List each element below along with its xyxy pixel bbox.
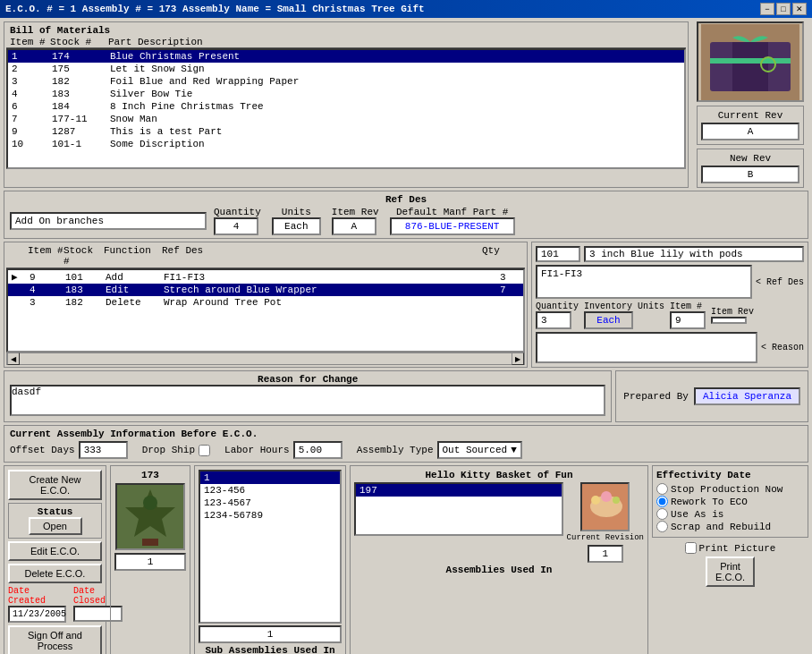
title-bar: E.C.O. # = 1 Assembly # = 173 Assembly N…: [0, 0, 812, 18]
thumb-173-image: [115, 483, 185, 550]
effectivity-options: Stop Production NowRework To ECOUse As i…: [656, 483, 804, 532]
used-in-image: [580, 482, 630, 531]
effectivity-radio-use_as_is[interactable]: [656, 508, 668, 520]
bom-table-row[interactable]: 2 175 Let it Snow Sign: [8, 63, 684, 75]
offset-days-label: Offset Days: [10, 445, 75, 455]
delete-eco-button[interactable]: Delete E.C.O.: [8, 564, 102, 583]
date-created-value: 11/23/2005: [8, 606, 66, 623]
effectivity-option-stop_prod[interactable]: Stop Production Now: [656, 483, 804, 495]
print-picture-label: Print Picture: [699, 543, 776, 554]
bom-table-row[interactable]: 1 174 Blue Christmas Present: [8, 50, 684, 63]
effectivity-radio-stop_prod[interactable]: [656, 483, 668, 495]
bom-table-row[interactable]: 7 177-11 Snow Man: [8, 113, 684, 125]
eco-table-row[interactable]: ▶ 9 101 Add FI1-FI3 3: [8, 270, 523, 284]
status-label: Status: [12, 506, 98, 517]
detail-item-rev-label: Item Rev: [711, 307, 754, 317]
detail-refdes-value: FI1-FI3: [536, 265, 752, 299]
labor-hours-value: 5.00: [293, 441, 343, 459]
quantity-value: 4: [214, 217, 258, 235]
assemblies-used-in-label: Assemblies Used In: [354, 565, 644, 575]
quantity-label: Quantity: [214, 207, 261, 217]
print-picture-checkbox[interactable]: [685, 542, 697, 554]
used-in-header: Hello Kitty Basket of Fun: [354, 470, 644, 480]
units-label: Units: [272, 207, 321, 217]
effectivity-radio-rework[interactable]: [656, 496, 668, 507]
sign-off-button[interactable]: Sign Off and Process: [8, 625, 102, 654]
drop-ship-label: Drop Ship: [142, 445, 195, 455]
revision-list-item[interactable]: 123-4567: [200, 497, 340, 509]
maximize-button[interactable]: □: [776, 3, 791, 15]
effectivity-option-use_as_is[interactable]: Use As is: [656, 508, 804, 520]
detail-reason-value: [536, 332, 757, 363]
detail-reason-label: < Reason: [761, 343, 804, 352]
drop-ship-checkbox[interactable]: [199, 445, 210, 456]
edit-eco-button[interactable]: Edit E.C.O.: [8, 541, 102, 561]
effectivity-option-rework[interactable]: Rework To ECO: [656, 496, 804, 507]
bom-col-desc: Part Description: [108, 37, 203, 47]
svg-rect-7: [142, 539, 158, 546]
revision-list-item[interactable]: 123-456: [200, 484, 340, 497]
bom-table-row[interactable]: 10 101-1 Some Discription: [8, 138, 684, 150]
labor-hours-label: Labor Hours: [224, 445, 290, 455]
effectivity-radio-scrap[interactable]: [656, 521, 668, 532]
bom-table-row[interactable]: 3 182 Foil Blue and Red Wrapping Paper: [8, 75, 684, 88]
new-rev-label: New Rev: [701, 153, 799, 164]
detail-description: 3 inch Blue lily with pods: [584, 246, 804, 262]
status-open-button[interactable]: Open: [29, 517, 82, 535]
ref-des-section-label: Ref Des: [10, 194, 802, 205]
new-rev-box: New Rev B: [697, 149, 804, 188]
svg-rect-2: [732, 42, 768, 91]
minimize-button[interactable]: −: [760, 3, 774, 15]
window-title: E.C.O. # = 1 Assembly # = 173 Assembly N…: [5, 4, 425, 14]
offset-days-value: 333: [79, 441, 128, 459]
eco-table-row[interactable]: 4 183 Edit Strech around Blue Wrapper 7: [8, 284, 523, 296]
create-eco-button[interactable]: Create New E.C.O.: [8, 470, 102, 500]
date-created-label: Date Created: [8, 586, 66, 606]
eco-table-row[interactable]: 3 182 Delete Wrap Around Tree Pot: [8, 296, 523, 309]
scroll-right-button[interactable]: ▶: [512, 352, 524, 365]
current-rev-value: A: [701, 123, 799, 140]
current-revision-value: 1: [588, 545, 623, 563]
reason-for-change-input[interactable]: [10, 385, 605, 416]
eco-col-stock: Stock #: [63, 245, 104, 267]
svg-point-6: [143, 496, 157, 510]
effectivity-label-scrap: Scrap and Rebuild: [671, 522, 771, 532]
scroll-left-button[interactable]: ◀: [7, 352, 20, 365]
detail-stock-num: 101: [536, 246, 580, 262]
print-eco-button[interactable]: Print E.C.O.: [706, 556, 755, 587]
bom-table-row[interactable]: 9 1287 This is a test Part: [8, 125, 684, 138]
revision-list-item[interactable]: 1234-56789: [200, 509, 340, 522]
detail-item-rev-value: [711, 317, 747, 324]
current-rev-box: Current Rev A: [697, 106, 804, 145]
product-image: [697, 21, 804, 102]
close-button[interactable]: ✕: [792, 3, 807, 15]
effectivity-label: Effectivity Date: [656, 470, 804, 480]
assembly-type-value: Out Sourced: [443, 445, 508, 455]
effectivity-label-rework: Rework To ECO: [671, 497, 748, 507]
used-in-list[interactable]: 197: [354, 482, 563, 536]
svg-point-12: [613, 497, 620, 504]
detail-refdes-label: < Ref Des: [756, 277, 804, 287]
detail-panel: 101 3 inch Blue lily with pods FI1-FI3 <…: [531, 242, 808, 368]
bom-table-row[interactable]: 4 183 Silver Bow Tie: [8, 88, 684, 100]
bom-list[interactable]: 1 174 Blue Christmas Present 2 175 Let i…: [6, 48, 686, 169]
bom-table-row[interactable]: 6 184 8 Inch Pine Christmas Tree: [8, 100, 684, 113]
revision-list-item[interactable]: 1: [200, 471, 340, 484]
svg-rect-3: [710, 58, 791, 64]
current-rev-label: Current Rev: [701, 110, 799, 121]
units-value: Each: [272, 217, 321, 235]
assembly-type-dropdown-icon[interactable]: ▼: [511, 445, 517, 455]
default-manf-value: 876-BLUE-PRESENT: [390, 217, 515, 235]
effectivity-label-use_as_is: Use As is: [671, 509, 723, 520]
detail-item-num-label: Item #: [670, 302, 706, 311]
used-in-list-item[interactable]: 197: [356, 484, 562, 497]
effectivity-option-scrap[interactable]: Scrap and Rebuild: [656, 521, 804, 532]
assembly-info-label: Current Assembly Information Before E.C.…: [10, 429, 802, 439]
actions-panel: Create New E.C.O. Status Open Edit E.C.O…: [4, 465, 106, 654]
item-rev-label: Item Rev: [332, 207, 379, 217]
detail-qty-label: Quantity: [536, 302, 579, 311]
effectivity-panel: Effectivity Date Stop Production NowRewo…: [652, 465, 808, 538]
revision-list[interactable]: 1123-456123-45671234-56789: [199, 470, 342, 624]
item-rev-value: A: [332, 217, 376, 235]
ref-des-input[interactable]: [10, 212, 207, 230]
